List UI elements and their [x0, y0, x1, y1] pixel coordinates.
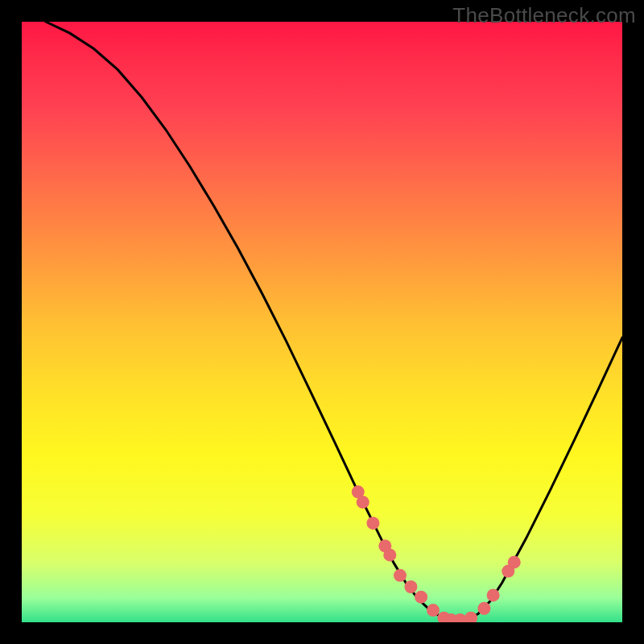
data-dot: [464, 612, 477, 622]
data-dot: [404, 580, 417, 593]
data-dot: [394, 569, 407, 582]
plot-area: [22, 22, 622, 622]
data-dot: [477, 602, 490, 615]
chart-frame: TheBottleneck.com: [0, 0, 644, 644]
watermark-label: TheBottleneck.com: [452, 3, 636, 28]
data-dot: [366, 517, 379, 530]
data-dots: [352, 485, 521, 622]
bottleneck-curve: [46, 22, 622, 621]
chart-svg: [22, 22, 622, 622]
data-dot: [427, 604, 440, 617]
data-dot: [383, 548, 396, 561]
data-dot: [357, 496, 369, 509]
data-dot: [487, 588, 500, 601]
data-dot: [508, 555, 521, 568]
data-dot: [415, 591, 427, 604]
